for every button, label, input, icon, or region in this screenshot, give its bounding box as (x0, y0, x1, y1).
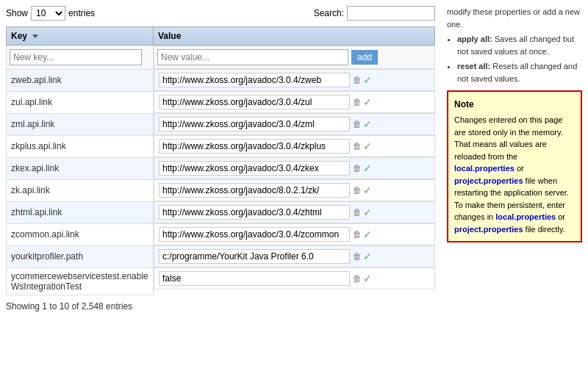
key-cell: zml.api.link (7, 113, 154, 135)
new-value-input[interactable] (157, 49, 348, 65)
value-cell: 🗑✓ (154, 113, 435, 135)
new-entry-row: add (7, 46, 435, 70)
note-link2[interactable]: project.properties (454, 176, 523, 185)
note-text4: or (558, 212, 565, 221)
table-row: zul.api.link🗑✓ (7, 91, 435, 113)
save-icon[interactable]: ✓ (363, 273, 372, 284)
showing-text: Showing 1 to 10 of 2,548 entries (6, 301, 132, 312)
table-row: zml.api.link🗑✓ (7, 113, 435, 135)
value-wrap: 🗑✓ (159, 139, 372, 154)
value-cell: 🗑✓ (154, 223, 435, 245)
new-value-wrap: add (157, 49, 378, 65)
entries-suffix: entries (68, 8, 95, 18)
value-wrap: 🗑✓ (159, 95, 372, 109)
value-cell: 🗑✓ (154, 91, 435, 113)
right-intro: modify these properties or add a new one… (447, 6, 582, 84)
note-box: Note Changes entered on this page are st… (447, 90, 582, 242)
new-key-cell (7, 46, 154, 70)
top-bar: Show 10 25 50 100 entries Search: (6, 6, 435, 21)
key-cell: zkex.api.link (7, 157, 154, 179)
value-input[interactable] (159, 249, 350, 264)
value-cell: 🗑✓ (154, 245, 435, 267)
bullet-list: apply all: Saves all changed but not sav… (457, 33, 582, 84)
save-icon[interactable]: ✓ (363, 140, 372, 152)
delete-icon[interactable]: 🗑 (353, 119, 362, 129)
column-value: Value (154, 27, 435, 46)
save-icon[interactable]: ✓ (363, 96, 372, 108)
main-content: Show 10 25 50 100 entries Search: Key (0, 0, 441, 317)
note-link1[interactable]: local.properties (454, 164, 514, 173)
delete-icon[interactable]: 🗑 (353, 185, 362, 195)
show-label: Show (6, 8, 28, 18)
delete-icon[interactable]: 🗑 (353, 97, 362, 107)
note-title: Note (454, 98, 575, 111)
table-row: yourkitprofiler.path🗑✓ (7, 245, 435, 267)
search-input[interactable] (347, 6, 435, 21)
delete-icon[interactable]: 🗑 (353, 251, 362, 262)
new-key-input[interactable] (10, 49, 142, 65)
note-link3[interactable]: local.properties (495, 212, 556, 221)
value-input[interactable] (159, 227, 350, 242)
save-icon[interactable]: ✓ (363, 74, 372, 86)
show-entries-control: Show 10 25 50 100 entries (6, 6, 95, 21)
delete-icon[interactable]: 🗑 (353, 273, 362, 284)
key-cell: zul.api.link (7, 91, 154, 113)
delete-icon[interactable]: 🗑 (353, 207, 362, 217)
value-wrap: 🗑✓ (159, 205, 372, 220)
save-icon[interactable]: ✓ (363, 118, 372, 130)
value-wrap: 🗑✓ (159, 227, 372, 242)
sort-arrow-icon[interactable] (32, 35, 38, 38)
note-link4[interactable]: project.properties (454, 225, 523, 234)
value-cell: 🗑✓ (154, 69, 435, 91)
table-row: zhtml.api.link🗑✓ (7, 201, 435, 223)
value-wrap: 🗑✓ (159, 73, 372, 87)
value-input[interactable] (159, 139, 350, 154)
note-text2: or (517, 164, 524, 173)
footer-info: Showing 1 to 10 of 2,548 entries (6, 301, 435, 312)
reset-term: reset all: (457, 62, 490, 71)
table-row: zk.api.link🗑✓ (7, 179, 435, 201)
value-input[interactable] (159, 117, 350, 132)
table-row: zkplus.api.link🗑✓ (7, 135, 435, 157)
save-icon[interactable]: ✓ (363, 162, 372, 174)
note-text1: Changes entered on this page are stored … (454, 115, 563, 161)
delete-icon[interactable]: 🗑 (353, 229, 362, 240)
value-input[interactable] (159, 73, 350, 87)
save-icon[interactable]: ✓ (363, 184, 372, 196)
value-wrap: 🗑✓ (159, 183, 372, 198)
search-bar: Search: (314, 6, 435, 21)
save-icon[interactable]: ✓ (363, 229, 372, 240)
delete-icon[interactable]: 🗑 (353, 75, 362, 85)
bullet-reset: reset all: Resets all changed and not sa… (457, 60, 582, 84)
save-icon[interactable]: ✓ (363, 206, 372, 218)
save-icon[interactable]: ✓ (363, 251, 372, 262)
value-cell: 🗑✓ (154, 201, 435, 223)
apply-term: apply all: (457, 35, 492, 43)
table-header-row: Key Value (7, 27, 435, 46)
value-cell: 🗑✓ (154, 135, 435, 157)
value-cell: 🗑✓ (154, 267, 435, 289)
value-wrap: 🗑✓ (159, 271, 372, 286)
value-input[interactable] (159, 183, 350, 198)
value-cell: 🗑✓ (154, 157, 435, 179)
value-input[interactable] (159, 95, 350, 109)
value-input[interactable] (159, 205, 350, 220)
key-cell: zhtml.api.link (7, 201, 154, 223)
value-input[interactable] (159, 161, 350, 176)
right-panel: modify these properties or add a new one… (441, 0, 588, 317)
bullet-apply: apply all: Saves all changed but not sav… (457, 33, 582, 57)
add-button[interactable]: add (351, 50, 378, 65)
delete-icon[interactable]: 🗑 (353, 141, 362, 151)
column-key: Key (7, 27, 154, 46)
entries-select[interactable]: 10 25 50 100 (31, 6, 65, 21)
key-cell: zk.api.link (7, 179, 154, 201)
new-value-cell: add (154, 46, 435, 69)
value-cell: 🗑✓ (154, 179, 435, 201)
intro-text: modify these properties or add a new one… (447, 7, 580, 29)
key-cell: zkplus.api.link (7, 135, 154, 157)
key-cell: zcommon.api.link (7, 223, 154, 245)
value-input[interactable] (159, 271, 350, 286)
key-cell: zweb.api.link (7, 69, 154, 91)
value-wrap: 🗑✓ (159, 117, 372, 132)
delete-icon[interactable]: 🗑 (353, 163, 362, 173)
